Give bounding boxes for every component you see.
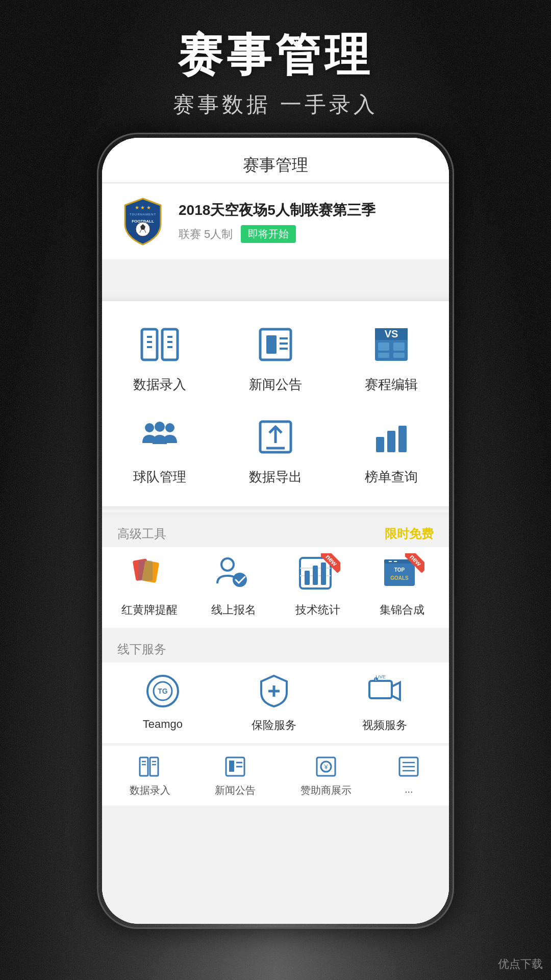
svg-point-31 xyxy=(165,423,174,432)
main-grid-overlay: 数据录入 新闻公告 xyxy=(102,301,449,506)
grid-label-team: 球队管理 xyxy=(133,468,186,486)
tool-stats[interactable]: new 技术统计 xyxy=(282,555,354,618)
svg-point-55 xyxy=(233,573,247,587)
data-bottom-news[interactable]: 新闻公告 xyxy=(215,754,256,797)
advanced-section-header: 高级工具 限时免费 xyxy=(102,516,449,547)
grid-label-data-entry: 数据录入 xyxy=(133,376,186,394)
stats-icon-wrap: new xyxy=(297,555,338,596)
data-entry-icon xyxy=(137,322,183,368)
grid-label-news: 新闻公告 xyxy=(249,376,302,394)
highlight-icon-wrap: TOP GOALS new xyxy=(382,555,422,596)
tournament-logo: ★ ★ ★ FOOTBALL TOURNAMENT xyxy=(117,196,168,247)
grid-label-ranking: 榜单查询 xyxy=(365,468,418,486)
svg-point-54 xyxy=(221,558,234,571)
video-label: 视频服务 xyxy=(362,718,407,733)
grid-row-2: 球队管理 数据导出 xyxy=(102,404,449,496)
data-bottom-sponsor[interactable]: ¥ 赞助商展示 xyxy=(300,754,352,797)
svg-text:TOP: TOP xyxy=(394,567,405,573)
svg-rect-59 xyxy=(305,571,310,585)
tournament-card[interactable]: ★ ★ ★ FOOTBALL TOURNAMENT 2018天空夜场5人制联赛第… xyxy=(102,184,449,259)
offline-teamgo[interactable]: TG Teamgo xyxy=(107,671,218,733)
svg-marker-74 xyxy=(392,682,400,700)
svg-rect-79 xyxy=(150,757,158,776)
data-bottom-more[interactable]: ... xyxy=(396,754,421,797)
tool-signup[interactable]: 线上报名 xyxy=(198,555,269,618)
advanced-section-title: 高级工具 xyxy=(117,526,166,542)
offline-section: 线下服务 TG Teamgo xyxy=(102,631,449,743)
header-area: 赛事管理 赛事数据 一手录入 xyxy=(0,31,551,119)
team-icon xyxy=(137,414,183,460)
teamgo-label: Teamgo xyxy=(143,718,183,731)
grid-item-data-entry[interactable]: 数据录入 xyxy=(109,322,211,394)
svg-rect-85 xyxy=(229,761,234,772)
svg-rect-37 xyxy=(398,426,407,452)
grid-row-1: 数据录入 新闻公告 xyxy=(102,311,449,404)
tournament-name: 2018天空夜场5人制联赛第三季 xyxy=(179,200,434,220)
phone-container: 赛事管理 ★ ★ ★ FOOTBALL xyxy=(97,133,454,929)
advanced-section-badge: 限时免费 xyxy=(385,526,434,542)
svg-text:★ ★ ★: ★ ★ ★ xyxy=(135,205,152,210)
grid-item-export[interactable]: 数据导出 xyxy=(224,414,327,486)
stats-label: 技术统计 xyxy=(295,602,340,618)
svg-rect-16 xyxy=(266,335,277,354)
svg-point-29 xyxy=(145,423,154,432)
tool-card-alert[interactable]: 红黄牌提醒 xyxy=(114,555,185,618)
svg-text:TG: TG xyxy=(158,687,168,695)
advanced-section: 高级工具 限时免费 xyxy=(102,516,449,628)
highlight-label: 集锦合成 xyxy=(380,602,424,618)
svg-rect-35 xyxy=(376,437,384,452)
data-bottom-row: 数据录入 新闻公告 xyxy=(102,745,449,805)
card-alert-label: 红黄牌提醒 xyxy=(121,602,178,618)
app-content: 赛事管理 ★ ★ ★ FOOTBALL xyxy=(102,138,449,924)
svg-text:LIVE: LIVE xyxy=(376,674,386,679)
export-icon xyxy=(253,414,298,460)
app-topbar-title: 赛事管理 xyxy=(243,154,308,177)
tool-highlight[interactable]: TOP GOALS new xyxy=(366,555,438,618)
signup-label: 线上报名 xyxy=(211,602,256,618)
lower-content: 球队管理 数据导出 xyxy=(102,454,449,924)
offline-section-header: 线下服务 xyxy=(102,631,449,663)
svg-text:¥: ¥ xyxy=(323,764,328,771)
offline-grid: TG Teamgo xyxy=(102,663,449,743)
grid-item-news[interactable]: 新闻公告 xyxy=(224,322,327,394)
grid-item-schedule[interactable]: VS 赛程编辑 xyxy=(340,322,442,394)
phone-screen: 赛事管理 ★ ★ ★ FOOTBALL xyxy=(102,138,449,924)
tournament-meta: 联赛 5人制 即将开始 xyxy=(179,225,434,243)
card-alert-icon-wrap xyxy=(129,555,170,596)
svg-text:TOURNAMENT: TOURNAMENT xyxy=(130,213,156,216)
insurance-label: 保险服务 xyxy=(252,718,296,733)
svg-rect-8 xyxy=(162,329,178,360)
grid-item-ranking[interactable]: 榜单查询 xyxy=(340,414,442,486)
ranking-icon xyxy=(368,414,414,460)
tournament-info: 2018天空夜场5人制联赛第三季 联赛 5人制 即将开始 xyxy=(179,200,434,243)
svg-rect-36 xyxy=(387,431,395,452)
svg-rect-53 xyxy=(138,560,153,581)
tournament-type: 联赛 5人制 xyxy=(179,227,233,242)
tournament-status: 即将开始 xyxy=(241,225,296,243)
offline-section-title: 线下服务 xyxy=(117,641,166,657)
tools-grid: 红黄牌提醒 线 xyxy=(102,547,449,628)
svg-rect-7 xyxy=(142,329,157,360)
svg-rect-28 xyxy=(393,353,405,358)
svg-point-30 xyxy=(155,422,165,432)
watermark: 优点下载 xyxy=(498,957,543,972)
svg-rect-78 xyxy=(140,757,148,776)
grid-label-export: 数据导出 xyxy=(249,468,302,486)
data-bottom-entry[interactable]: 数据录入 xyxy=(130,754,170,797)
news-icon xyxy=(253,322,298,368)
offline-video[interactable]: L LIVE 视频服务 xyxy=(330,671,441,733)
offline-insurance[interactable]: 保险服务 xyxy=(218,671,330,733)
svg-text:GOALS: GOALS xyxy=(390,575,409,581)
schedule-icon: VS xyxy=(368,322,414,368)
svg-rect-60 xyxy=(313,566,318,585)
grid-label-schedule: 赛程编辑 xyxy=(365,376,418,394)
app-topbar: 赛事管理 xyxy=(102,138,449,183)
svg-rect-27 xyxy=(378,353,389,358)
svg-rect-73 xyxy=(369,681,392,698)
svg-rect-25 xyxy=(378,342,389,351)
page-subtitle: 赛事数据 一手录入 xyxy=(0,90,551,119)
svg-rect-26 xyxy=(393,342,405,351)
grid-item-team[interactable]: 球队管理 xyxy=(109,414,211,486)
svg-text:VS: VS xyxy=(384,328,398,339)
signup-icon-wrap xyxy=(213,555,254,596)
